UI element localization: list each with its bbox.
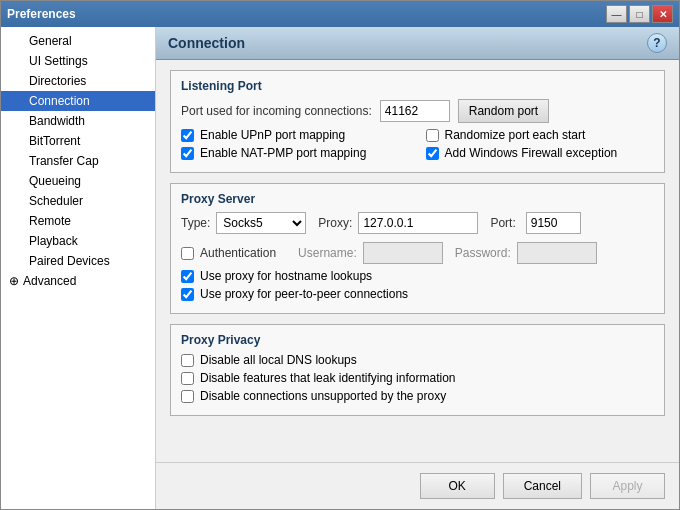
type-label: Type: [181, 216, 210, 230]
randomize-row: Randomize port each start [426, 128, 655, 142]
sidebar-item-general[interactable]: General [1, 31, 155, 51]
proxy-server-group: Proxy Server Type: None SOCKS4 Socks5 HT… [170, 183, 665, 314]
help-button[interactable]: ? [647, 33, 667, 53]
checkbox-row-2: Enable NAT-PMP port mapping Add Windows … [181, 146, 654, 164]
port-input[interactable] [380, 100, 450, 122]
proxy-type-select[interactable]: None SOCKS4 Socks5 HTTPS [216, 212, 306, 234]
apply-button[interactable]: Apply [590, 473, 665, 499]
sidebar-item-queueing[interactable]: Queueing [1, 171, 155, 191]
auth-label: Authentication [200, 246, 276, 260]
sidebar-item-bandwidth[interactable]: Bandwidth [1, 111, 155, 131]
auth-checkbox[interactable] [181, 247, 194, 260]
sidebar-item-advanced[interactable]: ⊕Advanced [1, 271, 155, 291]
upnp-checkbox[interactable] [181, 129, 194, 142]
title-bar: Preferences — □ ✕ [1, 1, 679, 27]
minimize-button[interactable]: — [606, 5, 627, 23]
disable-leak-checkbox[interactable] [181, 372, 194, 385]
firewall-label: Add Windows Firewall exception [445, 146, 618, 160]
disable-dns-checkbox[interactable] [181, 354, 194, 367]
preferences-window: Preferences — □ ✕ General UI Settings Di… [0, 0, 680, 510]
disable-unsupported-label: Disable connections unsupported by the p… [200, 389, 446, 403]
listening-port-label: Listening Port [181, 79, 654, 93]
section-title: Connection [168, 35, 245, 51]
upnp-row: Enable UPnP port mapping [181, 128, 410, 142]
nat-pmp-row: Enable NAT-PMP port mapping [181, 146, 410, 160]
disable-leak-label: Disable features that leak identifying i… [200, 371, 455, 385]
username-label: Username: [298, 246, 357, 260]
ok-button[interactable]: OK [420, 473, 495, 499]
proxy-privacy-label: Proxy Privacy [181, 333, 654, 347]
use-p2p-label: Use proxy for peer-to-peer connections [200, 287, 408, 301]
sidebar: General UI Settings Directories Connecti… [1, 27, 156, 509]
proxy-server-label: Proxy Server [181, 192, 654, 206]
randomize-checkbox[interactable] [426, 129, 439, 142]
nat-pmp-checkbox[interactable] [181, 147, 194, 160]
sidebar-item-playback[interactable]: Playback [1, 231, 155, 251]
randomize-label: Randomize port each start [445, 128, 586, 142]
proxy-label: Proxy: [318, 216, 352, 230]
content-area: Listening Port Port used for incoming co… [156, 60, 679, 462]
nat-pmp-label: Enable NAT-PMP port mapping [200, 146, 366, 160]
use-hostname-row: Use proxy for hostname lookups [181, 269, 654, 283]
port-used-label: Port used for incoming connections: [181, 104, 372, 118]
checkbox-row-1: Enable UPnP port mapping Randomize port … [181, 128, 654, 146]
username-input[interactable] [363, 242, 443, 264]
disable-dns-row: Disable all local DNS lookups [181, 353, 654, 367]
firewall-row: Add Windows Firewall exception [426, 146, 655, 160]
sidebar-item-scheduler[interactable]: Scheduler [1, 191, 155, 211]
disable-leak-row: Disable features that leak identifying i… [181, 371, 654, 385]
sidebar-item-connection[interactable]: Connection [1, 91, 155, 111]
upnp-label: Enable UPnP port mapping [200, 128, 345, 142]
maximize-button[interactable]: □ [629, 5, 650, 23]
listening-port-group: Listening Port Port used for incoming co… [170, 70, 665, 173]
disable-dns-label: Disable all local DNS lookups [200, 353, 357, 367]
password-input[interactable] [517, 242, 597, 264]
use-hostname-label: Use proxy for hostname lookups [200, 269, 372, 283]
sidebar-item-remote[interactable]: Remote [1, 211, 155, 231]
title-bar-controls: — □ ✕ [606, 5, 673, 23]
proxy-address-input[interactable] [358, 212, 478, 234]
close-button[interactable]: ✕ [652, 5, 673, 23]
disable-unsupported-checkbox[interactable] [181, 390, 194, 403]
disable-unsupported-row: Disable connections unsupported by the p… [181, 389, 654, 403]
auth-row: Authentication Username: Password: [181, 242, 654, 264]
firewall-checkbox[interactable] [426, 147, 439, 160]
sidebar-item-ui-settings[interactable]: UI Settings [1, 51, 155, 71]
cancel-button[interactable]: Cancel [503, 473, 582, 499]
sidebar-item-bittorrent[interactable]: BitTorrent [1, 131, 155, 151]
advanced-expand-icon: ⊕ [9, 274, 19, 288]
sidebar-item-paired-devices[interactable]: Paired Devices [1, 251, 155, 271]
window-title: Preferences [7, 7, 76, 21]
proxy-port-input[interactable] [526, 212, 581, 234]
port-row: Port used for incoming connections: Rand… [181, 99, 654, 123]
window-body: General UI Settings Directories Connecti… [1, 27, 679, 509]
use-p2p-row: Use proxy for peer-to-peer connections [181, 287, 654, 301]
sidebar-item-directories[interactable]: Directories [1, 71, 155, 91]
random-port-button[interactable]: Random port [458, 99, 549, 123]
password-label: Password: [455, 246, 511, 260]
use-hostname-checkbox[interactable] [181, 270, 194, 283]
sidebar-item-transfer-cap[interactable]: Transfer Cap [1, 151, 155, 171]
use-p2p-checkbox[interactable] [181, 288, 194, 301]
footer: OK Cancel Apply [156, 462, 679, 509]
proxy-privacy-group: Proxy Privacy Disable all local DNS look… [170, 324, 665, 416]
port-label-proxy: Port: [490, 216, 515, 230]
main-content: Connection ? Listening Port Port used fo… [156, 27, 679, 509]
section-header: Connection ? [156, 27, 679, 60]
proxy-type-row: Type: None SOCKS4 Socks5 HTTPS Proxy: Po… [181, 212, 654, 234]
